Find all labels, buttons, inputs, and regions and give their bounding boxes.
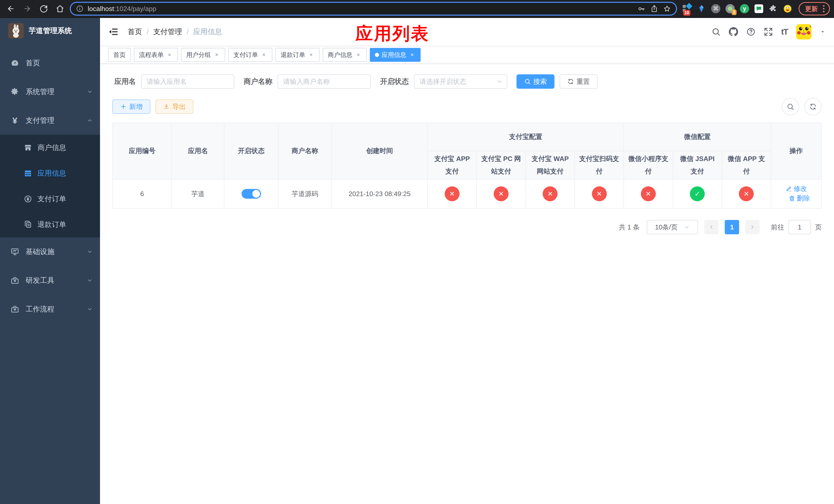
prev-page-button[interactable] bbox=[704, 220, 719, 234]
refresh-table-button[interactable] bbox=[804, 98, 822, 115]
sidebar-item-workflow[interactable]: 工作流程 bbox=[0, 295, 100, 323]
sidebar-item-merchant-info[interactable]: 商户信息 bbox=[0, 135, 100, 160]
browser-toolbar: localhost:1024/pay/app 10 ⌘ 1 bbox=[0, 0, 834, 18]
emoji-extension-icon[interactable] bbox=[783, 4, 792, 14]
trash-icon bbox=[789, 195, 795, 202]
enabled-switch[interactable] bbox=[242, 189, 261, 199]
tag-tab-user-group[interactable]: 用户分组× bbox=[181, 48, 225, 62]
breadcrumb-current: 应用信息 bbox=[193, 27, 222, 37]
chrome-update-button[interactable]: 更新 bbox=[798, 2, 830, 15]
page-1-button[interactable]: 1 bbox=[725, 220, 739, 234]
password-key-icon[interactable] bbox=[638, 5, 645, 13]
alipay-qr-status-icon: ✕ bbox=[592, 186, 607, 201]
sidebar-item-refund-order[interactable]: 退款订单 bbox=[0, 212, 100, 237]
github-icon[interactable] bbox=[729, 27, 738, 37]
sidebar-item-dev-tools[interactable]: 研发工具 bbox=[0, 266, 100, 295]
tag-tab-pay-order[interactable]: 支付订单× bbox=[228, 48, 272, 62]
tag-tab-app-info[interactable]: 应用信息× bbox=[370, 48, 421, 62]
payment-submenu: 商户信息 应用信息 支付订单 bbox=[0, 135, 100, 237]
wechat-mini-status-icon: ✕ bbox=[641, 186, 656, 201]
tag-tab-refund-order[interactable]: 退款订单× bbox=[276, 48, 320, 62]
chat-extension-icon[interactable] bbox=[754, 4, 764, 14]
sidebar-item-pay-order[interactable]: 支付订单 bbox=[0, 186, 100, 212]
edit-link[interactable]: 修改 bbox=[786, 184, 807, 193]
user-avatar[interactable] bbox=[796, 24, 811, 40]
close-icon[interactable]: × bbox=[355, 51, 361, 58]
close-icon[interactable]: × bbox=[308, 51, 314, 58]
add-button[interactable]: 新增 bbox=[112, 99, 150, 114]
breadcrumb-home[interactable]: 首页 bbox=[128, 27, 142, 37]
filter-form: 应用名 商户名称 开启状态 请选择开启状态 搜索 重置 bbox=[112, 74, 822, 89]
home-icon bbox=[56, 5, 64, 13]
monitor-chart-icon bbox=[10, 247, 20, 256]
site-info-icon[interactable] bbox=[76, 5, 84, 13]
delete-link[interactable]: 删除 bbox=[789, 194, 810, 203]
font-size-icon[interactable]: tT bbox=[781, 27, 788, 37]
browser-home-button[interactable] bbox=[53, 2, 67, 15]
proxy-extension-icon[interactable]: 1 bbox=[725, 4, 735, 14]
close-icon[interactable]: × bbox=[261, 51, 267, 58]
search-button[interactable]: 搜索 bbox=[517, 74, 554, 89]
col-alipay-app: 支付宝 APP 支付 bbox=[427, 151, 477, 179]
col-wechat-jsapi: 微信 JSAPI 支付 bbox=[673, 151, 722, 179]
app-name-input[interactable] bbox=[141, 74, 235, 89]
browser-forward-button[interactable] bbox=[21, 2, 34, 15]
yuque-extension-icon[interactable]: y bbox=[740, 4, 749, 14]
breadcrumb-payment[interactable]: 支付管理 bbox=[153, 27, 182, 37]
close-icon[interactable]: × bbox=[213, 51, 220, 58]
sidebar-item-payment[interactable]: ¥ 支付管理 bbox=[0, 106, 100, 135]
logo-row[interactable]: 芋道管理系统 bbox=[0, 18, 100, 44]
browser-reload-button[interactable] bbox=[37, 2, 50, 15]
sidebar-item-infrastructure[interactable]: 基础设施 bbox=[0, 237, 100, 266]
close-icon[interactable]: × bbox=[409, 51, 415, 58]
browser-menu-icon[interactable] bbox=[823, 5, 825, 12]
storefront-icon bbox=[24, 143, 32, 152]
page-content: 应用名 商户名称 开启状态 请选择开启状态 搜索 重置 bbox=[100, 64, 834, 504]
tag-tab-home[interactable]: 首页 bbox=[108, 48, 131, 62]
share-icon[interactable] bbox=[650, 5, 658, 13]
refresh-icon bbox=[567, 78, 574, 85]
logo-avatar bbox=[8, 23, 24, 39]
tag-tab-merchant-info[interactable]: 商户信息× bbox=[323, 48, 367, 62]
col-alipay-pc: 支付宝 PC 网站支付 bbox=[477, 151, 526, 179]
cell-created: 2021-10-23 08:49:25 bbox=[332, 179, 427, 208]
chevron-down-icon bbox=[87, 306, 93, 312]
show-search-toggle-button[interactable] bbox=[782, 98, 799, 115]
sidebar-item-app-info[interactable]: 应用信息 bbox=[0, 160, 100, 186]
toolbox-icon bbox=[10, 305, 20, 314]
avatar-caret-down-icon[interactable] bbox=[820, 29, 826, 35]
extensions-cluster: 10 ⌘ 1 y bbox=[680, 4, 794, 14]
app-title: 芋道管理系统 bbox=[29, 26, 72, 36]
help-icon[interactable] bbox=[746, 27, 755, 37]
annotation-title: 应用列表 bbox=[355, 22, 429, 45]
dashboard-icon bbox=[10, 59, 20, 67]
goto-page-input[interactable] bbox=[788, 220, 811, 234]
col-status: 开启状态 bbox=[224, 123, 278, 179]
url-text[interactable]: localhost:1024/pay/app bbox=[88, 5, 633, 13]
address-bar[interactable]: localhost:1024/pay/app bbox=[70, 2, 677, 16]
tag-tab-process-form[interactable]: 流程表单× bbox=[134, 48, 178, 62]
sidebar-item-system[interactable]: 系统管理 bbox=[0, 77, 100, 106]
header-search-icon[interactable] bbox=[711, 27, 721, 37]
balloon-extension-icon[interactable] bbox=[697, 4, 706, 14]
col-created: 创建时间 bbox=[332, 123, 427, 179]
bookmark-star-icon[interactable] bbox=[663, 5, 671, 13]
puzzle-extensions-menu-icon[interactable] bbox=[768, 4, 778, 14]
collector-extension-icon[interactable]: 10 bbox=[682, 4, 692, 14]
col-merchant: 商户名称 bbox=[278, 123, 332, 179]
active-dot bbox=[375, 53, 379, 57]
fullscreen-icon[interactable] bbox=[764, 27, 773, 37]
close-icon[interactable]: × bbox=[166, 51, 173, 58]
sidebar-item-home[interactable]: 首页 bbox=[0, 49, 100, 77]
merchant-name-input[interactable] bbox=[278, 74, 371, 89]
browser-back-button[interactable] bbox=[4, 2, 18, 15]
status-select[interactable]: 请选择开启状态 bbox=[414, 74, 507, 89]
export-button[interactable]: 导出 bbox=[155, 99, 193, 114]
reload-icon bbox=[40, 5, 48, 13]
chevron-down-icon bbox=[87, 277, 93, 283]
command-extension-icon[interactable]: ⌘ bbox=[711, 4, 721, 14]
next-page-button[interactable] bbox=[745, 220, 760, 234]
reset-button[interactable]: 重置 bbox=[559, 74, 597, 89]
sidebar-fold-icon[interactable] bbox=[108, 26, 119, 38]
page-size-select[interactable]: 10条/页 bbox=[647, 220, 698, 234]
